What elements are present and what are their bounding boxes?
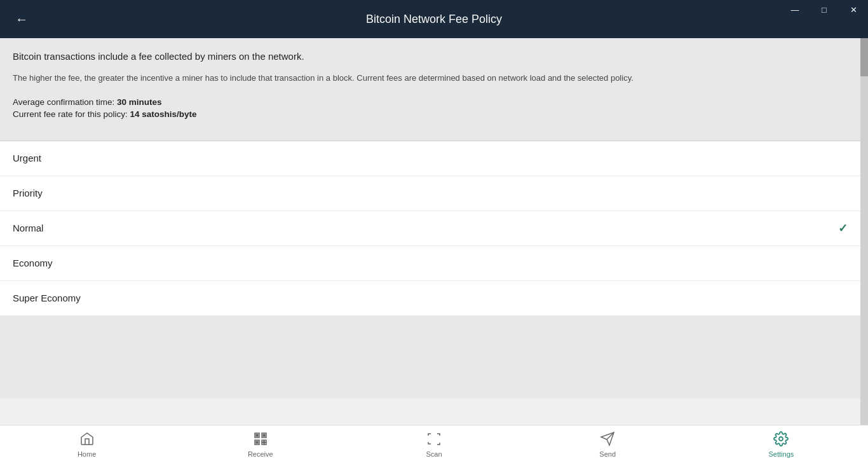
nav-label-send: Send — [599, 450, 616, 458]
info-description: The higher the fee, the greater the ince… — [13, 72, 848, 85]
bottom-navigation: Home Receive Scan Send Settings — [0, 425, 868, 463]
nav-label-receive: Receive — [248, 450, 273, 458]
close-button[interactable]: ✕ — [839, 0, 868, 19]
confirm-time-value: 30 minutes — [117, 97, 162, 107]
settings-icon — [773, 431, 789, 448]
confirm-time-label: Average confirmation time: — [13, 97, 117, 107]
maximize-button[interactable]: □ — [810, 0, 839, 19]
svg-rect-8 — [262, 443, 264, 445]
check-icon-normal: ✓ — [838, 221, 848, 235]
scrollbar-thumb[interactable] — [860, 38, 868, 76]
svg-rect-3 — [256, 434, 258, 436]
fee-rate-value: 14 satoshis/byte — [130, 109, 197, 119]
svg-rect-7 — [264, 440, 266, 442]
minimize-button[interactable]: — — [780, 0, 810, 19]
confirm-time-line: Average confirmation time: 30 minutes — [13, 97, 848, 107]
nav-label-home: Home — [78, 450, 96, 458]
policy-item-normal[interactable]: Normal ✓ — [0, 211, 860, 246]
policy-item-priority[interactable]: Priority — [0, 176, 860, 211]
send-icon — [600, 431, 615, 448]
nav-item-settings[interactable]: Settings — [695, 425, 868, 463]
svg-rect-4 — [263, 434, 265, 436]
fee-rate-label: Current fee rate for this policy: — [13, 109, 130, 119]
policy-label-urgent: Urgent — [13, 153, 41, 163]
title-bar: ← Bitcoin Network Fee Policy — □ ✕ — [0, 0, 868, 38]
home-icon — [79, 431, 95, 448]
svg-rect-6 — [262, 440, 264, 442]
policy-item-super-economy[interactable]: Super Economy — [0, 281, 860, 316]
scrollbar-track — [860, 38, 868, 425]
policy-label-priority: Priority — [13, 188, 43, 198]
policy-label-super-economy: Super Economy — [13, 293, 81, 303]
fee-rate-line: Current fee rate for this policy: 14 sat… — [13, 109, 848, 119]
svg-rect-5 — [256, 441, 258, 443]
nav-label-settings: Settings — [769, 450, 794, 458]
receive-icon — [253, 431, 268, 448]
info-headline: Bitcoin transactions include a fee colle… — [13, 51, 848, 62]
window-controls: — □ ✕ — [780, 0, 868, 19]
nav-item-home[interactable]: Home — [0, 425, 173, 463]
policy-label-normal: Normal — [13, 223, 43, 233]
scan-icon — [426, 431, 442, 448]
policy-item-urgent[interactable]: Urgent — [0, 141, 860, 176]
info-section: Bitcoin transactions include a fee colle… — [0, 38, 860, 141]
policy-spacer — [0, 316, 860, 399]
nav-label-scan: Scan — [426, 450, 442, 458]
page-title: Bitcoin Network Fee Policy — [366, 13, 502, 26]
policy-label-economy: Economy — [13, 258, 53, 268]
nav-item-send[interactable]: Send — [521, 425, 695, 463]
nav-item-receive[interactable]: Receive — [173, 425, 347, 463]
nav-item-scan[interactable]: Scan — [347, 425, 520, 463]
policy-list: Urgent Priority Normal ✓ Economy Super E… — [0, 141, 860, 316]
svg-point-10 — [779, 437, 783, 441]
svg-rect-9 — [264, 443, 266, 445]
policy-item-economy[interactable]: Economy — [0, 246, 860, 281]
back-button[interactable]: ← — [10, 10, 33, 29]
